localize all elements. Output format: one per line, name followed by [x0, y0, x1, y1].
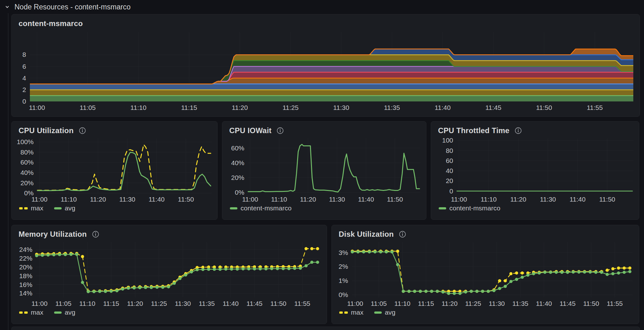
svg-text:3%: 3%: [339, 249, 348, 256]
legend-label: content-msmarco: [449, 204, 500, 212]
disk-utilization-chart[interactable]: 11:0011:0511:1011:1511:2011:2511:3011:35…: [332, 240, 638, 308]
svg-text:11:20: 11:20: [90, 196, 106, 203]
svg-text:11:30: 11:30: [329, 196, 345, 203]
svg-text:11:30: 11:30: [175, 300, 191, 307]
panel-cpu-utilization-title[interactable]: CPU Utilization: [19, 126, 74, 135]
svg-text:11:40: 11:40: [536, 300, 552, 307]
svg-text:11:15: 11:15: [181, 104, 197, 111]
legend-dashed-swatch: [19, 311, 28, 314]
overview-stacked-area-chart[interactable]: 11:0011:0511:1011:1511:2011:2511:3011:35…: [12, 29, 639, 114]
panel-disk-utilization-title[interactable]: Disk Utilization: [339, 230, 394, 239]
svg-text:11:25: 11:25: [282, 104, 298, 111]
svg-text:80: 80: [446, 147, 453, 154]
svg-text:11:05: 11:05: [55, 300, 71, 307]
svg-text:16%: 16%: [19, 281, 32, 288]
info-icon[interactable]: [92, 230, 99, 238]
svg-text:11:35: 11:35: [384, 104, 400, 111]
next-row-panel-sliver: [11, 327, 640, 330]
disk-utilization-legend: maxavg: [332, 308, 639, 319]
svg-text:11:50: 11:50: [178, 196, 194, 203]
svg-text:11:10: 11:10: [130, 104, 147, 111]
legend-item-avg[interactable]: avg: [54, 309, 75, 316]
legend-item-avg[interactable]: avg: [54, 204, 75, 212]
svg-text:2%: 2%: [339, 263, 348, 270]
legend-item-max[interactable]: max: [339, 309, 364, 316]
cpu-iowait-chart[interactable]: 11:0011:1011:2011:3011:4011:500%20%40%60…: [222, 136, 425, 204]
panel-disk-utilization: Disk Utilization 11:0011:0511:1011:1511:…: [331, 225, 639, 324]
legend-solid-swatch: [439, 207, 446, 209]
chevron-down-icon[interactable]: [4, 3, 11, 10]
svg-text:11:40: 11:40: [569, 196, 586, 203]
svg-text:11:05: 11:05: [80, 104, 96, 111]
legend-label: avg: [65, 309, 75, 316]
svg-text:11:55: 11:55: [587, 104, 603, 111]
legend-label: max: [31, 309, 43, 316]
panel-cpu-throttled-title[interactable]: CPU Throttled Time: [438, 126, 509, 135]
svg-text:60%: 60%: [231, 144, 244, 152]
panel-overview: content-msmarco 11:0011:0511:1011:1511:2…: [11, 14, 640, 117]
svg-text:11:20: 11:20: [300, 196, 316, 203]
legend-item-content-msmarco[interactable]: content-msmarco: [230, 204, 291, 212]
panel-cpu-throttled: CPU Throttled Time 11:0011:1011:2011:301…: [431, 121, 639, 220]
legend-label: max: [351, 309, 364, 316]
svg-text:24%: 24%: [19, 246, 32, 253]
svg-text:60%: 60%: [20, 159, 34, 166]
panel-disk-utilization-header: Disk Utilization: [332, 225, 639, 240]
legend-dashed-swatch: [19, 207, 28, 209]
legend-item-max[interactable]: max: [19, 309, 43, 316]
info-icon[interactable]: [79, 127, 86, 134]
cpu-throttled-chart[interactable]: 11:0011:1011:2011:3011:4011:500204060801…: [431, 136, 638, 204]
svg-text:11:55: 11:55: [607, 300, 623, 307]
row-title[interactable]: Node Resources - content-msmarco: [14, 3, 130, 11]
svg-text:11:20: 11:20: [510, 196, 526, 203]
svg-text:11:40: 11:40: [149, 196, 165, 203]
svg-text:80%: 80%: [20, 149, 34, 156]
panel-memory-utilization-title[interactable]: Memory Utilization: [19, 230, 87, 239]
legend-label: avg: [65, 204, 75, 212]
panel-cpu-iowait-title[interactable]: CPU IOWait: [229, 126, 271, 135]
svg-text:11:15: 11:15: [418, 300, 434, 307]
svg-text:40%: 40%: [20, 169, 34, 176]
svg-text:8: 8: [22, 51, 26, 58]
legend-item-max[interactable]: max: [19, 204, 43, 212]
legend-item-avg[interactable]: avg: [374, 309, 396, 316]
dashboard-row-header[interactable]: Node Resources - content-msmarco: [4, 3, 130, 11]
svg-text:11:00: 11:00: [242, 196, 258, 203]
svg-text:14%: 14%: [19, 289, 32, 297]
panel-overview-title[interactable]: content-msmarco: [19, 19, 83, 28]
panel-memory-utilization: Memory Utilization 11:0011:0511:1011:151…: [11, 225, 327, 324]
svg-text:11:20: 11:20: [232, 104, 248, 111]
cpu-utilization-chart[interactable]: 11:0011:1011:2011:3011:4011:500%20%40%60…: [12, 136, 216, 204]
svg-text:20: 20: [446, 177, 453, 184]
svg-text:11:45: 11:45: [485, 104, 501, 111]
legend-item-content-msmarco[interactable]: content-msmarco: [439, 204, 500, 212]
info-icon[interactable]: [399, 230, 406, 238]
legend-label: avg: [385, 309, 396, 316]
svg-text:11:05: 11:05: [371, 300, 387, 307]
legend-label: content-msmarco: [241, 204, 291, 212]
svg-text:11:20: 11:20: [127, 300, 143, 307]
svg-text:11:35: 11:35: [199, 300, 215, 307]
svg-text:11:00: 11:00: [451, 196, 467, 203]
svg-text:11:00: 11:00: [347, 300, 363, 307]
svg-text:11:25: 11:25: [465, 300, 481, 307]
info-icon[interactable]: [276, 127, 284, 134]
memory-utilization-chart[interactable]: 11:0011:0511:1011:1511:2011:2511:3011:35…: [12, 240, 325, 308]
panel-cpu-utilization-header: CPU Utilization: [12, 122, 217, 136]
svg-text:11:20: 11:20: [441, 300, 458, 307]
svg-text:11:45: 11:45: [247, 300, 263, 307]
svg-text:11:10: 11:10: [61, 196, 77, 203]
svg-text:11:00: 11:00: [31, 196, 47, 203]
info-icon[interactable]: [514, 127, 522, 134]
svg-text:11:00: 11:00: [29, 104, 45, 111]
svg-text:11:25: 11:25: [151, 300, 167, 307]
svg-text:0: 0: [449, 187, 453, 195]
panel-cpu-utilization: CPU Utilization 11:0011:1011:2011:3011:4…: [11, 121, 218, 220]
svg-text:11:30: 11:30: [119, 196, 135, 203]
svg-text:4: 4: [22, 74, 26, 82]
svg-text:11:30: 11:30: [489, 300, 505, 307]
svg-text:11:15: 11:15: [103, 300, 119, 307]
svg-text:11:00: 11:00: [31, 300, 47, 307]
svg-text:11:10: 11:10: [271, 196, 287, 203]
svg-text:11:50: 11:50: [270, 300, 286, 307]
